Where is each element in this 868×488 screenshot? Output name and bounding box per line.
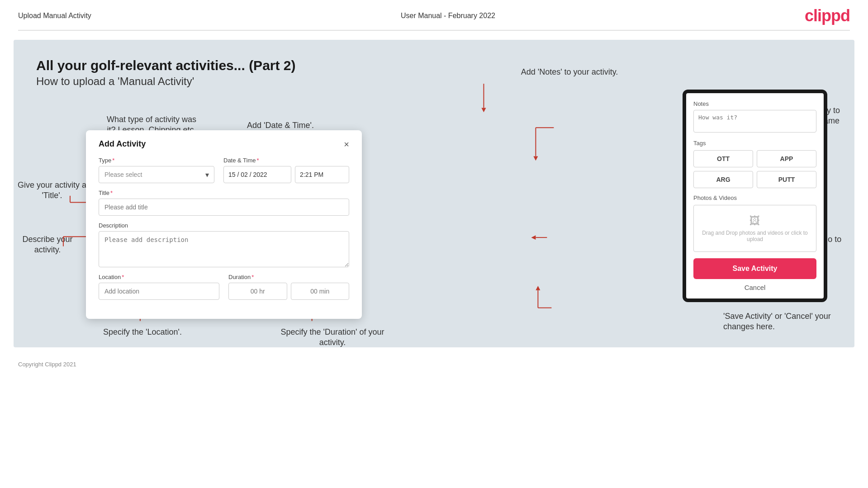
annotation-notes: Add 'Notes' to your activity. [520,67,619,77]
top-bar: Upload Manual Activity User Manual - Feb… [0,0,868,30]
annotation-description: Describe your activity. [14,234,81,256]
svg-marker-24 [531,235,536,240]
notes-input[interactable] [693,110,816,133]
page-subtitle: How to upload a 'Manual Activity' [36,75,832,88]
title-label: Title* [99,190,349,196]
description-textarea[interactable] [99,231,349,267]
annotation-save: 'Save Activity' or 'Cancel' your changes… [723,311,850,332]
photos-label: Photos & Videos [693,194,816,201]
type-group: Type* Please select [99,157,214,183]
logo: clippd [805,6,850,25]
modal-header: Add Activity × [99,139,349,149]
type-datetime-row: Type* Please select Date & Time* [99,157,349,183]
type-select[interactable]: Please select [99,166,214,183]
add-activity-modal: Add Activity × Type* Please select Date … [86,130,362,319]
type-label: Type* [99,157,214,164]
upload-icon: 🖼 [698,214,811,227]
duration-hr-input[interactable] [228,283,287,300]
description-label: Description [99,222,349,229]
modal-title: Add Activity [99,139,146,149]
location-group: Location* [99,274,219,300]
annotation-datetime: Add 'Date & Time'. [235,120,326,131]
annotation-location: Specify the 'Location'. [97,327,188,337]
datetime-group: Date & Time* [223,157,349,183]
upload-text: Drag and Drop photos and videos or click… [702,230,807,242]
tag-putt[interactable]: PUTT [757,171,816,188]
description-group: Description [99,222,349,267]
date-time-inputs [223,166,349,183]
tags-label: Tags [693,140,816,147]
page-title: All your golf-relevant activities... (Pa… [36,58,832,73]
duration-inputs [228,283,349,300]
duration-min-input[interactable] [291,283,350,300]
page-heading: Upload Manual Activity [18,12,91,20]
modal-close-button[interactable]: × [344,140,349,149]
svg-marker-19 [481,108,486,113]
footer: Copyright Clippd 2021 [0,356,868,372]
manual-title: User Manual - February 2022 [401,12,495,20]
type-select-wrapper[interactable]: Please select [99,166,214,183]
tag-app[interactable]: APP [757,150,816,167]
location-input[interactable] [99,283,219,300]
svg-marker-27 [536,286,540,290]
top-divider [18,30,850,31]
phone-screen: Notes Tags OTT APP ARG PUTT Photos & Vid… [683,90,827,302]
location-label: Location* [99,274,219,280]
svg-marker-22 [533,156,538,161]
location-duration-row: Location* Duration* [99,274,349,300]
cancel-link[interactable]: Cancel [693,284,816,291]
save-activity-button[interactable]: Save Activity [693,258,816,279]
duration-label: Duration* [228,274,349,280]
notes-label: Notes [693,100,816,107]
annotation-title: Give your activity a 'Title'. [14,180,90,201]
phone-panel: Notes Tags OTT APP ARG PUTT Photos & Vid… [683,90,827,302]
title-group: Title* [99,190,349,216]
datetime-label: Date & Time* [223,157,349,164]
tag-ott[interactable]: OTT [693,150,753,167]
date-input[interactable] [223,166,291,183]
upload-area[interactable]: 🖼 Drag and Drop photos and videos or cli… [693,205,816,252]
main-content: All your golf-relevant activities... (Pa… [14,40,854,347]
time-input[interactable] [295,166,349,183]
tags-grid: OTT APP ARG PUTT [693,150,816,188]
copyright: Copyright Clippd 2021 [18,361,76,368]
duration-group: Duration* [228,274,349,300]
tag-arg[interactable]: ARG [693,171,753,188]
title-input[interactable] [99,199,349,216]
annotation-duration: Specify the 'Duration' of your activity. [280,327,384,348]
